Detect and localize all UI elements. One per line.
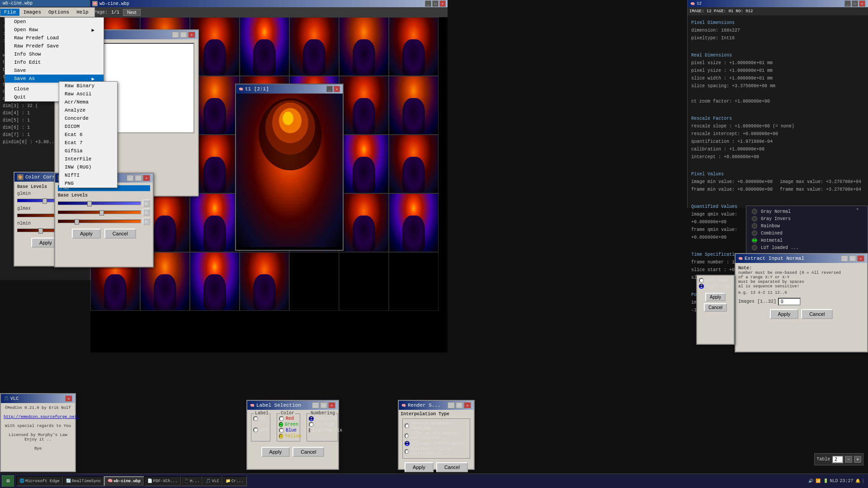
vlc-link[interactable]: http://emedcon.sourceforge.net/ (4, 415, 72, 419)
lut-close-x[interactable]: × (856, 207, 859, 211)
start-button[interactable]: ⊞ (2, 475, 14, 487)
scan-cell-20[interactable]: 20 S=00s000 D=00s000 (339, 135, 389, 193)
right-minimize-btn[interactable]: _ (844, 0, 851, 7)
left-side-radio[interactable] (699, 278, 704, 283)
save-png[interactable]: PNG (59, 179, 117, 188)
save-nifti[interactable]: NIfTI (59, 171, 117, 179)
table-plus-btn[interactable]: + (854, 456, 861, 463)
radio-hotmetal[interactable] (752, 238, 757, 243)
numbering-ecat-radio[interactable] (309, 428, 311, 433)
taskbar-h[interactable]: 📱 H... (181, 476, 203, 486)
save-ecat7[interactable]: Ecat 7 (59, 139, 117, 147)
scan-cell-28[interactable]: 28 S=00s000 D=00s000 (389, 193, 439, 252)
interp-tiles-radio[interactable] (405, 433, 409, 438)
label-cancel-button[interactable]: Cancel (292, 447, 324, 457)
png-thumb2[interactable] (99, 210, 104, 216)
save-concorde[interactable]: Concorde (59, 114, 117, 122)
show-desktop-btn[interactable]: | (862, 479, 864, 483)
table-value-input[interactable] (832, 455, 843, 463)
save-gifsia[interactable]: GifSia (59, 147, 117, 155)
png-maximize[interactable]: □ (135, 175, 142, 181)
right-close-btn[interactable]: × (859, 0, 865, 7)
radio-lut-loaded[interactable] (752, 245, 757, 250)
save-as-close[interactable]: × (188, 32, 195, 38)
scan-cell-4[interactable]: 4 S=00s000 D=00s000 (240, 17, 289, 76)
extract-cancel-button[interactable]: Cancel (801, 309, 833, 319)
colormap-rainbow[interactable]: Rainbow (748, 222, 866, 230)
radio-gray-invers[interactable] (752, 216, 757, 221)
save-as-maximize[interactable]: □ (180, 32, 187, 38)
preview-close[interactable]: × (334, 86, 340, 92)
save-analyze[interactable]: Analyze (59, 106, 117, 114)
scan-cell-5[interactable]: 5 S=00s000 D=00s000 (289, 17, 339, 76)
scan-cell-32[interactable]: 32 S=00s000 D=00s000 (240, 252, 289, 311)
save-ecat6[interactable]: Ecat 6 (59, 131, 117, 139)
vlc-close[interactable]: × (65, 395, 72, 402)
taskbar-vlc[interactable]: 🎵 VLC (203, 476, 222, 486)
taskbar-wb-cine[interactable]: 🧠 wb-cine.wbp (104, 476, 144, 486)
label-close[interactable]: × (328, 402, 335, 408)
label-off-radio[interactable] (253, 427, 258, 432)
png-arrow1[interactable]: ▶ (143, 200, 150, 207)
color-green-radio[interactable] (279, 422, 283, 427)
numbering-inpage-radio[interactable] (309, 422, 314, 427)
color-red-radio[interactable] (279, 416, 284, 421)
taskbar-realtime-sync[interactable]: 🔄 RealTimeSync (63, 476, 104, 486)
colormap-hotmetal[interactable]: Hotmetal (748, 237, 866, 244)
menu-raw-predef-load[interactable]: Raw Predef Load (5, 34, 104, 42)
render-cancel-button[interactable]: Cancel (436, 462, 468, 472)
colormap-lut-loaded[interactable]: LUT loaded ... (748, 244, 866, 251)
numbering-absolute-radio[interactable] (309, 416, 314, 421)
radio-rainbow[interactable] (752, 223, 757, 229)
menu-open-raw[interactable]: Open Raw (5, 26, 104, 34)
color-blue-radio[interactable] (279, 428, 284, 433)
right-side-radio[interactable] (699, 284, 704, 289)
save-raw-binary[interactable]: Raw Binary (59, 82, 117, 90)
save-acr-nema[interactable]: Acr/Nema (59, 98, 117, 106)
save-as-minimize[interactable]: _ (172, 32, 179, 38)
colormap-gray-normal[interactable]: Gray Normal (748, 208, 866, 215)
extract-images-input[interactable] (778, 298, 801, 305)
scan-cell-21[interactable]: 21 S=00s000 D=00s000 (389, 135, 439, 193)
render-apply-button[interactable]: Apply (405, 462, 434, 472)
label-maximize[interactable]: □ (320, 402, 327, 408)
minimize-button[interactable]: _ (425, 0, 431, 7)
menu-file[interactable]: File (0, 9, 19, 16)
scan-cell-6[interactable]: 6 S=00s000 D=00s000 (339, 17, 389, 76)
extract-minimize[interactable]: _ (841, 255, 848, 262)
scan-cell-13[interactable]: 13 S=00s000 D=00s000 (339, 76, 389, 135)
render-minimize[interactable]: _ (448, 402, 455, 408)
png-arrow3[interactable]: ▶ (143, 218, 150, 225)
png-minimize[interactable]: _ (127, 175, 134, 181)
small-apply-button[interactable]: Apply (705, 293, 726, 301)
small-cancel-button[interactable]: Cancel (704, 303, 727, 312)
interp-nearest-radio[interactable] (405, 423, 409, 428)
extract-close[interactable]: × (857, 255, 864, 262)
png-cancel-button[interactable]: Cancel (104, 229, 136, 239)
table-minus-btn[interactable]: − (845, 456, 852, 463)
menu-help[interactable]: Help (73, 9, 92, 16)
png-thumb1[interactable] (87, 201, 92, 206)
menu-open[interactable]: Open (5, 18, 104, 26)
menu-save[interactable]: Save (5, 66, 104, 75)
png-arrow2[interactable]: ▶ (143, 209, 150, 216)
glmin-thumb[interactable] (42, 198, 47, 204)
label-apply-button[interactable]: Apply (261, 447, 290, 457)
render-maximize[interactable]: □ (456, 402, 463, 408)
menu-info-show[interactable]: Info Show (5, 50, 104, 58)
scan-cell-27[interactable]: 27 S=00s000 D=00s000 (339, 193, 389, 252)
png-apply-button[interactable]: Apply (72, 229, 101, 239)
scan-cell-31[interactable]: 31 S=00s000 D=00s000 (190, 252, 240, 311)
png-track2[interactable] (58, 211, 141, 214)
preview-minimize[interactable]: _ (326, 86, 333, 92)
render-close[interactable]: × (464, 402, 471, 408)
radio-gray-normal[interactable] (752, 209, 757, 214)
menu-info-edit[interactable]: Info Edit (5, 58, 104, 66)
nlmin-thumb[interactable] (38, 228, 43, 234)
interp-hyperbolic-radio[interactable] (405, 449, 409, 454)
save-interfile[interactable]: InterFile (59, 155, 117, 163)
scan-cell-14[interactable]: 14 S=00s000 D=00s000 (389, 76, 439, 135)
scan-cell-24[interactable]: 24 S=00s000 D=00s000 (190, 193, 240, 252)
menu-options[interactable]: Options (45, 9, 73, 16)
menu-images[interactable]: Images (19, 9, 45, 16)
